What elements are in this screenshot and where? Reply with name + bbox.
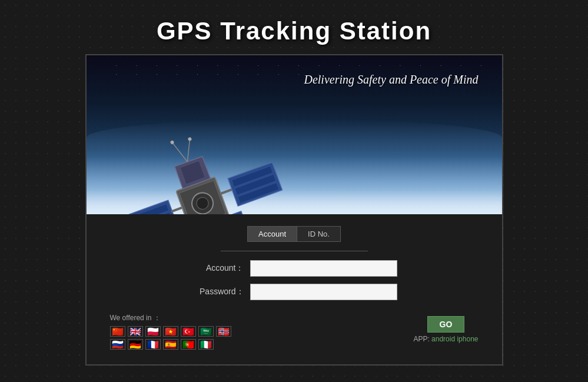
android-link[interactable]: android xyxy=(431,335,455,343)
tagline: Delivering Safety and Peace of Mind xyxy=(304,73,478,87)
tab-bar: Account ID No. xyxy=(247,226,341,242)
iphone-link[interactable]: iphone xyxy=(457,335,478,343)
flag-portugal[interactable]: 🇵🇹 xyxy=(181,339,196,350)
app-label: APP: xyxy=(413,335,429,343)
tab-account[interactable]: Account xyxy=(248,227,297,241)
flag-italy[interactable]: 🇮🇹 xyxy=(198,339,214,350)
go-app-section: GO APP: android iphone xyxy=(413,313,478,343)
svg-line-16 xyxy=(172,139,187,164)
we-offered-label: We offered in ： xyxy=(110,313,161,323)
password-label: Password： xyxy=(191,287,244,297)
svg-rect-4 xyxy=(171,206,182,212)
flag-uk[interactable]: 🇬🇧 xyxy=(128,326,143,337)
flag-poland[interactable]: 🇵🇱 xyxy=(145,326,161,337)
app-links: APP: android iphone xyxy=(413,335,478,343)
svg-line-17 xyxy=(180,139,197,162)
flag-norway[interactable]: 🇳🇴 xyxy=(216,326,231,337)
svg-point-19 xyxy=(187,137,192,141)
tab-underline xyxy=(221,251,368,251)
flag-list: 🇨🇳🇬🇧🇵🇱🇻🇳🇹🇷🇸🇦🇳🇴🇷🇺🇩🇪🇫🇷🇪🇸🇵🇹🇮🇹 xyxy=(110,326,234,350)
flag-russia[interactable]: 🇷🇺 xyxy=(110,339,125,350)
bottom-row: We offered in ： 🇨🇳🇬🇧🇵🇱🇻🇳🇹🇷🇸🇦🇳🇴🇷🇺🇩🇪🇫🇷🇪🇸🇵🇹… xyxy=(110,313,479,350)
account-row: Account： xyxy=(191,260,397,277)
tab-idno[interactable]: ID No. xyxy=(297,227,340,241)
satellite-illustration xyxy=(87,73,287,214)
hero-image: Delivering Safety and Peace of Mind xyxy=(87,55,502,214)
login-area: Account ID No. Account： Password： We off… xyxy=(87,214,502,364)
flag-saudi-arabia[interactable]: 🇸🇦 xyxy=(198,326,214,337)
flag-spain[interactable]: 🇪🇸 xyxy=(163,339,178,350)
flag-china[interactable]: 🇨🇳 xyxy=(110,326,125,337)
page-title: GPS Tracking Station xyxy=(157,17,431,45)
account-input[interactable] xyxy=(250,260,397,277)
svg-rect-9 xyxy=(220,188,232,195)
main-panel: Delivering Safety and Peace of Mind xyxy=(85,54,503,366)
flag-germany[interactable]: 🇩🇪 xyxy=(128,339,143,350)
password-row: Password： xyxy=(191,284,397,300)
account-label: Account： xyxy=(191,263,244,274)
password-input[interactable] xyxy=(250,284,397,300)
flag-france[interactable]: 🇫🇷 xyxy=(145,339,161,350)
flag-vietnam[interactable]: 🇻🇳 xyxy=(163,326,178,337)
flag-turkey[interactable]: 🇹🇷 xyxy=(181,326,196,337)
language-section: We offered in ： 🇨🇳🇬🇧🇵🇱🇻🇳🇹🇷🇸🇦🇳🇴🇷🇺🇩🇪🇫🇷🇪🇸🇵🇹… xyxy=(110,313,234,350)
go-button[interactable]: GO xyxy=(427,316,465,333)
